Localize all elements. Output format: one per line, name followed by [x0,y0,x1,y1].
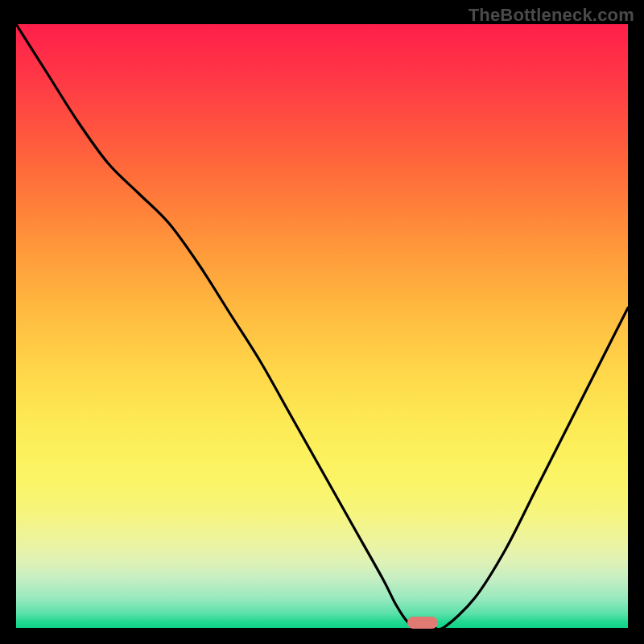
chart-frame: TheBottleneck.com [0,0,644,644]
watermark-text: TheBottleneck.com [469,5,634,26]
plot-area [16,24,628,628]
bottleneck-curve [16,24,628,628]
optimal-marker [407,617,438,629]
curve-path [16,24,628,628]
